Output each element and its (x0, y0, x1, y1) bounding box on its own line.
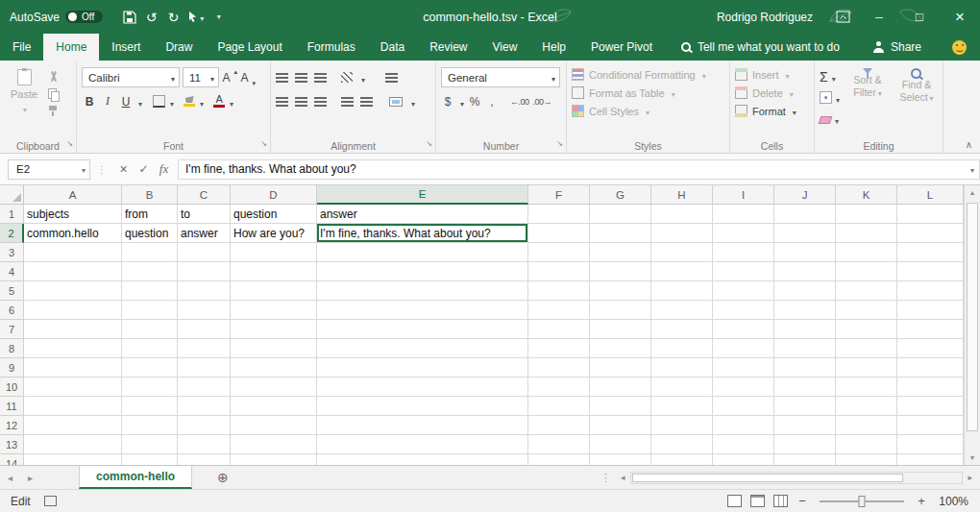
scroll-right-icon[interactable] (965, 473, 975, 482)
horizontal-scrollbar[interactable] (618, 472, 975, 484)
zoom-in-button[interactable]: + (916, 494, 927, 508)
fill-button[interactable] (820, 88, 840, 107)
cell-F7[interactable] (528, 320, 590, 339)
cell-H2[interactable] (651, 224, 713, 243)
cell-D3[interactable] (231, 243, 317, 262)
font-size-combo[interactable]: 11 (183, 67, 219, 87)
cell-C9[interactable] (178, 358, 231, 378)
cell-B8[interactable] (122, 339, 178, 358)
align-right-icon[interactable] (314, 97, 327, 107)
name-box[interactable]: E2 (8, 159, 90, 180)
italic-button[interactable]: I (100, 94, 115, 109)
orientation-icon[interactable] (341, 72, 353, 83)
feedback-button[interactable] (941, 34, 978, 61)
cell-A6[interactable] (24, 301, 122, 320)
cell-D11[interactable] (231, 397, 317, 416)
cell-G11[interactable] (590, 397, 651, 416)
cell-C1[interactable]: to (178, 205, 231, 224)
cell-C14[interactable] (178, 454, 231, 465)
cell-K1[interactable] (836, 205, 897, 224)
cell-G13[interactable] (590, 435, 651, 454)
cell-H6[interactable] (651, 301, 713, 320)
collapse-ribbon-button[interactable] (966, 134, 972, 152)
enter-entry-button[interactable] (134, 162, 154, 176)
cell-K8[interactable] (836, 339, 897, 358)
cell-I1[interactable] (713, 205, 774, 224)
cell-A11[interactable] (24, 397, 122, 416)
cell-A1[interactable]: subjects (24, 205, 122, 224)
cell-J12[interactable] (774, 416, 836, 435)
cell-B1[interactable]: from (122, 205, 178, 224)
cell-D9[interactable] (231, 358, 317, 378)
row-header-9[interactable]: 9 (0, 358, 24, 378)
align-center-icon[interactable] (295, 97, 307, 107)
cell-I5[interactable] (713, 281, 774, 301)
format-painter-icon[interactable] (48, 106, 58, 117)
cell-I4[interactable] (713, 262, 774, 281)
cell-B10[interactable] (122, 378, 178, 397)
cell-J6[interactable] (774, 301, 836, 320)
tab-formulas[interactable]: Formulas (295, 34, 368, 61)
column-header-K[interactable]: K (836, 185, 897, 205)
increase-font-size-button[interactable]: A (222, 71, 237, 85)
cell-F2[interactable] (528, 224, 590, 243)
cell-A12[interactable] (24, 416, 122, 435)
cell-H3[interactable] (651, 243, 713, 262)
insert-button[interactable]: Insert (735, 65, 809, 84)
cell-B13[interactable] (122, 435, 178, 454)
cell-K13[interactable] (836, 435, 897, 454)
cell-I10[interactable] (713, 378, 774, 397)
cell-L11[interactable] (897, 397, 964, 416)
clear-button[interactable] (820, 110, 840, 128)
underline-button[interactable]: U (118, 95, 134, 109)
vertical-scrollbar-thumb[interactable] (967, 203, 978, 431)
cell-A10[interactable] (24, 378, 122, 397)
tab-power-pivot[interactable]: Power Pivot (578, 34, 665, 61)
align-top-icon[interactable] (276, 73, 288, 83)
sheet-tab-common-hello[interactable]: common-hello (79, 466, 192, 489)
cell-L12[interactable] (897, 416, 964, 435)
orientation-chevron-icon[interactable] (359, 69, 365, 86)
column-header-A[interactable]: A (24, 185, 122, 205)
cell-B3[interactable] (122, 243, 178, 262)
cell-E2[interactable]: I'm fine, thanks. What about you? (317, 224, 528, 243)
cell-H9[interactable] (651, 358, 713, 378)
tab-view[interactable]: View (480, 34, 530, 61)
comma-style-button[interactable]: , (485, 95, 499, 109)
cell-H1[interactable] (651, 205, 713, 224)
increase-decimal-button[interactable]: ←.00 (510, 97, 529, 107)
ribbon-display-options-button[interactable] (826, 0, 859, 34)
cell-A8[interactable] (24, 339, 122, 358)
cell-L3[interactable] (897, 243, 964, 262)
cell-F13[interactable] (528, 435, 590, 454)
cell-C7[interactable] (178, 320, 231, 339)
cell-B14[interactable] (122, 454, 178, 465)
cell-G1[interactable] (590, 205, 651, 224)
percent-style-button[interactable]: % (468, 95, 481, 109)
align-bottom-icon[interactable] (314, 73, 327, 83)
cell-D1[interactable]: question (231, 205, 317, 224)
cell-C10[interactable] (178, 378, 231, 397)
cell-B11[interactable] (122, 397, 178, 416)
font-color-button[interactable]: A (213, 95, 225, 108)
cell-H7[interactable] (651, 320, 713, 339)
select-all-corner[interactable] (0, 185, 24, 205)
cell-E13[interactable] (317, 435, 528, 454)
tab-data[interactable]: Data (368, 34, 417, 61)
cell-C5[interactable] (178, 281, 231, 301)
cell-A14[interactable] (24, 454, 122, 465)
cell-C8[interactable] (178, 339, 231, 358)
cell-A3[interactable] (24, 243, 122, 262)
cell-C4[interactable] (178, 262, 231, 281)
cell-L7[interactable] (897, 320, 964, 339)
row-header-4[interactable]: 4 (0, 262, 24, 281)
cell-G4[interactable] (590, 262, 651, 281)
cell-A13[interactable] (24, 435, 122, 454)
borders-icon[interactable] (153, 95, 165, 108)
vertical-scrollbar[interactable] (964, 185, 980, 465)
cell-I8[interactable] (713, 339, 774, 358)
page-layout-view-icon[interactable] (750, 495, 765, 507)
cell-G6[interactable] (590, 301, 651, 320)
underline-options-chevron-icon[interactable] (136, 93, 142, 110)
cell-A4[interactable] (24, 262, 122, 281)
